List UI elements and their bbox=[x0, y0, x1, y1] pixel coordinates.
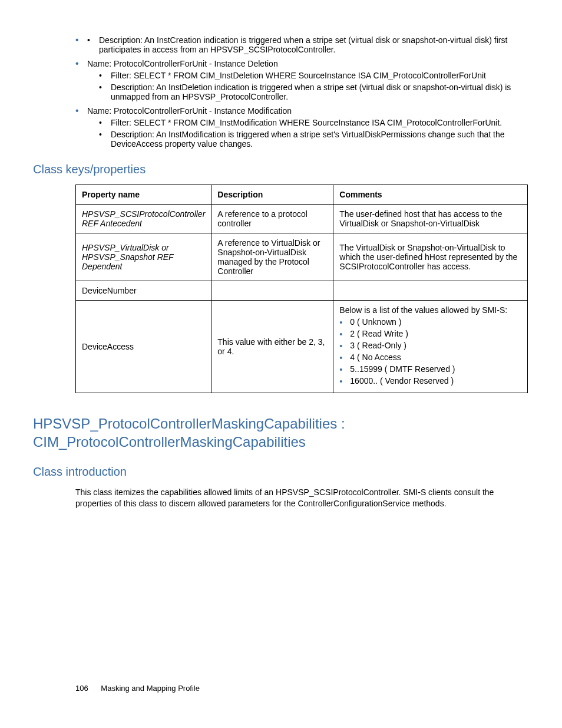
page-footer: 106 Masking and Mapping Profile bbox=[75, 684, 200, 693]
cell-intro-text: Below is a list of the values allowed by… bbox=[339, 305, 507, 315]
list-item: 3 ( Read-Only ) bbox=[339, 341, 521, 350]
list-item: 5..15999 ( DMTF Reserved ) bbox=[339, 364, 521, 374]
table-header-row: Property name Description Comments bbox=[76, 185, 528, 205]
table-cell: HPSVSP_SCSIProtocolController REF Antece… bbox=[76, 205, 211, 233]
top-bullet-list: Description: An InstCreation indication … bbox=[75, 35, 529, 149]
table-header: Property name bbox=[76, 185, 211, 205]
table-cell: This value with either be 2, 3, or 4. bbox=[211, 301, 333, 393]
table-cell: DeviceAccess bbox=[76, 301, 211, 393]
list-item: Name: ProtocolControllerForUnit - Instan… bbox=[75, 59, 529, 101]
table-cell: The user-defined host that has access to… bbox=[333, 205, 528, 233]
list-item: Description: An InstDeletion indication … bbox=[99, 83, 529, 101]
list-item: Filter: SELECT * FROM CIM_InstDeletion W… bbox=[99, 71, 529, 80]
list-item: Filter: SELECT * FROM CIM_InstModificati… bbox=[99, 118, 529, 127]
table-header: Comments bbox=[333, 185, 528, 205]
section-heading-capabilities: HPSVSP_ProtocolControllerMaskingCapabili… bbox=[33, 414, 529, 451]
properties-table: Property name Description Comments HPSVS… bbox=[75, 185, 528, 393]
section-heading-class-intro: Class introduction bbox=[33, 465, 529, 479]
bullet-text: Description: An InstDeletion indication … bbox=[111, 83, 511, 101]
bullet-text: Filter: SELECT * FROM CIM_InstModificati… bbox=[111, 118, 502, 127]
bullet-text: Description: An InstModification is trig… bbox=[111, 130, 505, 149]
list-item: Description: An InstCreation indication … bbox=[87, 35, 529, 54]
table-cell: The VirtualDisk or Snapshot-on-VirtualDi… bbox=[333, 233, 528, 281]
bullet-text: Name: ProtocolControllerForUnit - Instan… bbox=[87, 59, 278, 68]
table-cell: Below is a list of the values allowed by… bbox=[333, 301, 528, 393]
list-item: 4 ( No Access bbox=[339, 353, 521, 362]
page-number: 106 bbox=[75, 684, 88, 693]
table-cell bbox=[333, 281, 528, 301]
section-heading-class-keys: Class keys/properties bbox=[33, 163, 529, 176]
table-cell bbox=[211, 281, 333, 301]
table-header: Description bbox=[211, 185, 333, 205]
table-cell: HPSVSP_VirtualDisk or HPSVSP_Snapshot RE… bbox=[76, 233, 211, 281]
table-cell: DeviceNumber bbox=[76, 281, 211, 301]
list-item: 2 ( Read Write ) bbox=[339, 329, 521, 338]
bullet-text: Filter: SELECT * FROM CIM_InstDeletion W… bbox=[111, 71, 486, 80]
table-cell: A reference to VirtualDisk or Snapshot-o… bbox=[211, 233, 333, 281]
table-cell: A reference to a protocol controller bbox=[211, 205, 333, 233]
table-row: HPSVSP_VirtualDisk or HPSVSP_Snapshot RE… bbox=[76, 233, 528, 281]
allowed-values-list: 0 ( Unknown ) 2 ( Read Write ) 3 ( Read-… bbox=[339, 317, 521, 386]
table-row: HPSVSP_SCSIProtocolController REF Antece… bbox=[76, 205, 528, 233]
footer-title: Masking and Mapping Profile bbox=[101, 684, 200, 693]
bullet-text: Description: An InstCreation indication … bbox=[99, 35, 507, 54]
class-intro-body: This class itemizes the capabilities all… bbox=[75, 487, 529, 509]
table-row: DeviceNumber bbox=[76, 281, 528, 301]
table-row: DeviceAccess This value with either be 2… bbox=[76, 301, 528, 393]
list-item: Description: An InstModification is trig… bbox=[99, 130, 529, 149]
list-item: Name: ProtocolControllerForUnit - Instan… bbox=[75, 106, 529, 149]
bullet-text: Name: ProtocolControllerForUnit - Instan… bbox=[87, 106, 292, 116]
list-item: 0 ( Unknown ) bbox=[339, 317, 521, 327]
list-item: 16000.. ( Vendor Reserved ) bbox=[339, 376, 521, 386]
